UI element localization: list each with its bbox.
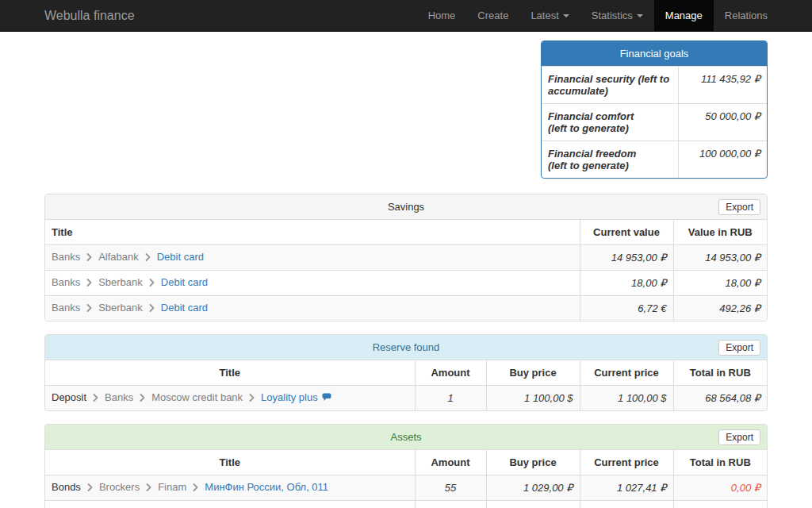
panel-heading-reserve: Reserve foundExport xyxy=(45,335,767,360)
cell-money: 0,00 ₽ xyxy=(673,475,767,501)
panel-heading-savings: SavingsExport xyxy=(45,194,767,220)
table-row: BanksAlfabankDebit card14 953,00 ₽14 953… xyxy=(45,245,767,271)
chevron-right-icon xyxy=(144,252,151,264)
sections: SavingsExportTitleCurrent valueValue in … xyxy=(44,194,768,508)
nav-item-manage[interactable]: Manage xyxy=(654,0,714,31)
column-header: Current price xyxy=(580,360,673,386)
table-body: BondsBrockersFinamМинФин России, Обл, 01… xyxy=(45,475,767,508)
row-title-cell: BondsBrockersFinamМинФин России, Обл, 01… xyxy=(45,475,415,501)
navbar-menu: HomeCreateLatestStatisticsManageRelation… xyxy=(417,0,779,31)
cell-money: 1 100,00 $ xyxy=(580,386,673,411)
navbar: Webulla finance HomeCreateLatestStatisti… xyxy=(0,0,812,32)
path-segment: Banks xyxy=(52,251,80,263)
goal-value: 50 000,00 ₽ xyxy=(678,104,767,141)
cell-money: 1 000,50 ₽ xyxy=(486,501,580,508)
panel-reserve: Reserve foundExportTitleAmountBuy priceC… xyxy=(44,334,768,411)
goals-table-body: Financial security (left to accumulate)1… xyxy=(542,67,767,179)
financial-goals-title: Financial goals xyxy=(542,41,767,66)
cell-amount: 1 xyxy=(415,386,486,411)
nav-item-label: Latest xyxy=(530,10,558,21)
panel-savings: SavingsExportTitleCurrent valueValue in … xyxy=(44,194,768,321)
assets-table: TitleAmountBuy priceCurrent priceTotal i… xyxy=(45,450,767,508)
table-head: TitleAmountBuy priceCurrent priceTotal i… xyxy=(45,450,767,475)
cell-money: 18,00 ₽ xyxy=(580,271,673,296)
nav-item-statistics[interactable]: Statistics xyxy=(580,0,654,31)
column-header: Total in RUB xyxy=(673,360,767,386)
chevron-right-icon xyxy=(148,278,155,289)
nav-item-label: Home xyxy=(428,10,456,21)
header-row: TitleAmountBuy priceCurrent priceTotal i… xyxy=(45,450,767,475)
panel-assets: AssetsExportTitleAmountBuy priceCurrent … xyxy=(44,424,768,508)
table-row: BanksSberbankDebit card18,00 ₽18,00 ₽ xyxy=(45,271,767,296)
nav-item-home[interactable]: Home xyxy=(417,0,467,31)
column-header: Title xyxy=(45,220,580,245)
nav-item-latest[interactable]: Latest xyxy=(519,0,580,31)
path-segment: Bonds xyxy=(52,481,81,493)
table-row: BondsBrockersFinamМинФин России, Обл, 21… xyxy=(45,501,767,508)
header-row: TitleAmountBuy priceCurrent priceTotal i… xyxy=(45,360,767,386)
main-content: Financial goals Financial security (left… xyxy=(44,40,768,508)
caret-down-icon xyxy=(563,14,569,17)
path-segment: Deposit xyxy=(52,391,86,403)
nav-item-label: Relations xyxy=(725,10,768,21)
export-button[interactable]: Export xyxy=(718,340,760,356)
chevron-right-icon xyxy=(248,393,255,404)
cell-money: 492,26 ₽ xyxy=(673,296,767,321)
table-body: BanksAlfabankDebit card14 953,00 ₽14 953… xyxy=(45,245,767,321)
navbar-inner: Webulla finance HomeCreateLatestStatisti… xyxy=(44,0,768,31)
chevron-right-icon xyxy=(192,483,199,494)
column-header: Current value xyxy=(580,220,673,245)
chevron-right-icon xyxy=(86,303,93,314)
row-link[interactable]: Debit card xyxy=(161,302,208,314)
cell-amount: 55 xyxy=(415,475,486,501)
row-link[interactable]: Loyality plus xyxy=(261,391,318,403)
cell-money: 14 953,00 ₽ xyxy=(580,245,673,271)
export-button[interactable]: Export xyxy=(718,429,760,445)
chevron-right-icon xyxy=(92,393,99,404)
row-link[interactable]: Debit card xyxy=(157,251,204,263)
chevron-right-icon xyxy=(86,278,93,289)
path-segment: Brockers xyxy=(99,481,140,493)
cell-money: 68 564,08 ₽ xyxy=(673,386,767,411)
chevron-right-icon xyxy=(148,303,155,314)
goal-label: Financial freedom (left to generate) xyxy=(542,141,678,179)
reserve-table: TitleAmountBuy priceCurrent priceTotal i… xyxy=(45,360,767,410)
header-row: TitleCurrent valueValue in RUB xyxy=(45,220,767,245)
chevron-right-icon xyxy=(145,483,152,494)
row-title-cell: BanksSberbankDebit card xyxy=(45,296,580,321)
path-segment: Finam xyxy=(158,481,186,493)
nav-item-label: Statistics xyxy=(592,10,633,21)
nav-item-create[interactable]: Create xyxy=(466,0,519,31)
goal-row: Financial security (left to accumulate)1… xyxy=(542,67,767,104)
cell-money: 14 953,00 ₽ xyxy=(673,245,767,271)
goal-value: 100 000,00 ₽ xyxy=(678,141,767,179)
table-row: BanksSberbankDebit card6,72 €492,26 ₽ xyxy=(45,296,767,321)
row-title-cell: DepositBanksMoscow credit bankLoyality p… xyxy=(45,386,415,411)
cell-money: 0,00 ₽ xyxy=(673,501,767,508)
nav-item-relations[interactable]: Relations xyxy=(714,0,779,31)
column-header: Value in RUB xyxy=(673,220,767,245)
goal-label: Financial security (left to accumulate) xyxy=(542,67,678,104)
path-segment: Alfabank xyxy=(98,251,139,263)
column-header: Buy price xyxy=(486,450,580,475)
goal-row: Financial freedom (left to generate)100 … xyxy=(542,141,767,179)
financial-goals-table: Financial security (left to accumulate)1… xyxy=(542,66,767,178)
panel-title: Savings xyxy=(388,201,424,213)
row-link[interactable]: МинФин России, Обл, 011 xyxy=(205,481,328,493)
comment-icon[interactable] xyxy=(322,393,331,404)
table-head: TitleAmountBuy priceCurrent priceTotal i… xyxy=(45,360,767,386)
cell-amount: 55 xyxy=(415,501,486,508)
financial-goals-panel: Financial goals Financial security (left… xyxy=(541,40,768,179)
cell-money: 1 100,00 $ xyxy=(486,386,580,411)
column-header: Amount xyxy=(415,360,486,386)
nav-item-label: Manage xyxy=(665,10,703,21)
brand[interactable]: Webulla finance xyxy=(44,0,135,31)
export-button[interactable]: Export xyxy=(718,199,760,215)
row-link[interactable]: Debit card xyxy=(161,276,208,288)
panel-title: Assets xyxy=(390,431,421,443)
goal-value: 111 435,92 ₽ xyxy=(678,67,767,104)
row-title-cell: BanksSberbankDebit card xyxy=(45,271,580,296)
path-segment: Banks xyxy=(52,276,80,288)
goal-row: Financial comfort (left to generate)50 0… xyxy=(542,104,767,141)
cell-money: 1 027,41 ₽ xyxy=(580,475,673,501)
